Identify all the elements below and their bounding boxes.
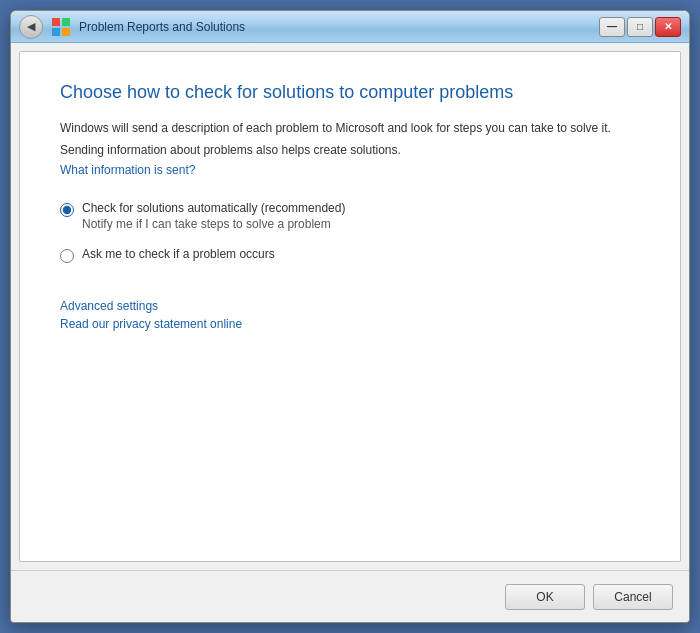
window-title: Problem Reports and Solutions (79, 20, 245, 34)
main-window: ◀ Problem Reports and Solutions — □ ✕ Ch… (10, 10, 690, 623)
maximize-button[interactable]: □ (627, 17, 653, 37)
radio-section: Check for solutions automatically (recom… (60, 201, 640, 263)
what-info-link[interactable]: What information is sent? (60, 163, 640, 177)
radio-manual[interactable] (60, 249, 74, 263)
radio-option-auto: Check for solutions automatically (recom… (60, 201, 640, 231)
radio-auto[interactable] (60, 203, 74, 217)
radio-auto-labels: Check for solutions automatically (recom… (82, 201, 345, 231)
radio-option-manual: Ask me to check if a problem occurs (60, 247, 640, 263)
footer: OK Cancel (11, 570, 689, 622)
radio-manual-main-label[interactable]: Ask me to check if a problem occurs (82, 247, 275, 261)
svg-rect-2 (52, 28, 60, 36)
radio-auto-sub-label: Notify me if I can take steps to solve a… (82, 217, 345, 231)
title-bar: ◀ Problem Reports and Solutions — □ ✕ (11, 11, 689, 43)
privacy-statement-link[interactable]: Read our privacy statement online (60, 317, 640, 331)
svg-rect-0 (52, 18, 60, 26)
radio-auto-main-label[interactable]: Check for solutions automatically (recom… (82, 201, 345, 215)
links-section: Advanced settings Read our privacy state… (60, 299, 640, 331)
app-icon (51, 17, 71, 37)
window-controls: — □ ✕ (599, 17, 681, 37)
main-heading: Choose how to check for solutions to com… (60, 82, 640, 103)
back-button[interactable]: ◀ (19, 15, 43, 39)
ok-button[interactable]: OK (505, 584, 585, 610)
svg-rect-1 (62, 18, 70, 26)
minimize-button[interactable]: — (599, 17, 625, 37)
description-line1: Windows will send a description of each … (60, 119, 640, 137)
svg-rect-3 (62, 28, 70, 36)
description-line2: Sending information about problems also … (60, 141, 640, 159)
content-area: Choose how to check for solutions to com… (19, 51, 681, 562)
close-button[interactable]: ✕ (655, 17, 681, 37)
radio-manual-labels: Ask me to check if a problem occurs (82, 247, 275, 261)
cancel-button[interactable]: Cancel (593, 584, 673, 610)
advanced-settings-link[interactable]: Advanced settings (60, 299, 640, 313)
title-left: ◀ Problem Reports and Solutions (19, 15, 245, 39)
